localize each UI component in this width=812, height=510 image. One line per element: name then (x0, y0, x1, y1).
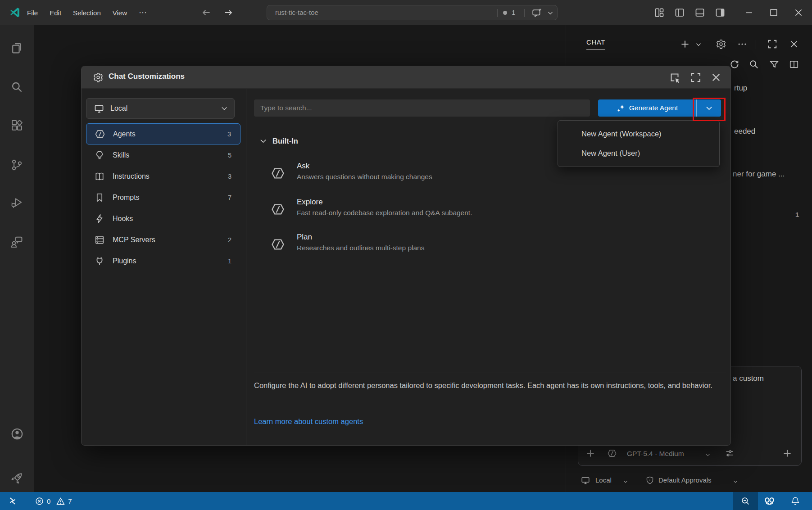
search-chats-icon[interactable] (749, 59, 759, 69)
list-item-agent-plan[interactable]: Plan Researches and outlines multi-step … (271, 233, 586, 252)
tab-chat[interactable]: CHAT (586, 38, 605, 50)
divider (246, 89, 246, 445)
list-item-agent-explore[interactable]: Explore Fast read-only codebase explorat… (271, 198, 586, 217)
toggle-primary-sidebar-icon[interactable] (675, 8, 685, 18)
close-panel-icon[interactable] (789, 39, 799, 49)
account-icon[interactable] (11, 428, 23, 440)
maximize-panel-icon[interactable] (767, 39, 777, 49)
send-plus-icon[interactable] (782, 448, 792, 458)
sidebar-item-agents[interactable]: Agents 3 (86, 123, 240, 144)
chevron-down-icon[interactable] (733, 479, 738, 484)
menu-file[interactable]: File (27, 9, 38, 17)
scope-select[interactable]: Local (86, 98, 235, 119)
sidebar-item-count: 3 (228, 173, 231, 180)
sidebar-item-count: 7 (228, 194, 231, 201)
menu-edit[interactable]: Edit (50, 9, 61, 17)
approvals-picker[interactable]: Default Approvals (658, 476, 712, 484)
chevron-down-icon[interactable] (623, 479, 628, 484)
zoom-status-tile[interactable] (733, 492, 758, 510)
remote-indicator-icon[interactable] (8, 496, 17, 505)
menu-view[interactable]: View (113, 9, 127, 17)
sidebar-item-mcp-servers[interactable]: MCP Servers 2 (86, 229, 240, 250)
refresh-icon[interactable] (730, 59, 739, 69)
split-editor-icon[interactable] (789, 59, 799, 69)
zap-icon (94, 214, 105, 224)
sidebar-item-hooks[interactable]: Hooks (86, 208, 240, 229)
toggle-secondary-sidebar-icon[interactable] (715, 8, 725, 18)
explorer-icon[interactable] (11, 42, 23, 54)
copilot-chat-icon[interactable] (532, 8, 542, 18)
server-icon (94, 235, 105, 245)
sidebar-item-label: Plugins (113, 257, 136, 265)
pick-element-icon[interactable] (669, 72, 680, 83)
attach-context-icon[interactable] (585, 448, 595, 458)
approvals-shield-icon[interactable] (646, 476, 654, 484)
sidebar-item-instructions[interactable]: Instructions 3 (86, 166, 240, 187)
customize-layout-icon[interactable] (654, 8, 664, 18)
title-bar: File Edit Selection View ⋯ rust-tic-tac-… (0, 0, 812, 25)
run-debug-icon[interactable] (11, 196, 23, 208)
problems-status[interactable]: 0 7 (35, 492, 72, 510)
manage-rocket-icon[interactable] (11, 472, 23, 484)
learn-more-link[interactable]: Learn more about custom agents (254, 417, 363, 426)
toggle-panel-icon[interactable] (695, 8, 705, 18)
menu-selection[interactable]: Selection (73, 9, 101, 17)
search-icon[interactable] (11, 81, 23, 93)
activity-bar (0, 25, 34, 492)
nav-forward-icon[interactable] (223, 8, 233, 18)
search-input[interactable] (254, 99, 590, 117)
window-minimize-icon[interactable] (744, 8, 754, 18)
new-agent-dropdown-menu: New Agent (Workspace) New Agent (User) (558, 120, 720, 167)
list-item-agent-ask[interactable]: Ask Answers questions without making cha… (271, 162, 586, 181)
window-maximize-icon[interactable] (769, 8, 779, 18)
chevron-down-icon[interactable] (705, 452, 711, 458)
menu-more[interactable]: ⋯ (139, 8, 147, 18)
section-title: Built-In (272, 137, 298, 145)
configure-tools-icon[interactable] (725, 449, 734, 458)
sidebar-item-label: Instructions (113, 172, 150, 181)
menu-item-new-agent-workspace[interactable]: New Agent (Workspace) (558, 124, 719, 144)
agent-mode-icon[interactable] (607, 448, 617, 458)
agent-icon (94, 129, 106, 140)
lightbulb-icon (94, 150, 105, 160)
generate-agent-dropdown-button[interactable] (696, 99, 721, 117)
menu-item-new-agent-user[interactable]: New Agent (User) (558, 144, 719, 163)
new-chat-icon[interactable] (680, 39, 690, 49)
close-dialog-icon[interactable] (711, 72, 721, 83)
sidebar-item-count: 1 (228, 257, 231, 265)
agent-description: Answers questions without making changes (297, 173, 586, 181)
notifications-bell-icon[interactable] (791, 496, 800, 505)
model-picker[interactable]: GPT-5.4 · Medium (627, 450, 684, 458)
extensions-icon[interactable] (11, 119, 23, 131)
sidebar-item-plugins[interactable]: Plugins 1 (86, 250, 240, 271)
fullscreen-icon[interactable] (690, 72, 701, 83)
sidebar-item-skills[interactable]: Skills 5 (86, 144, 240, 166)
more-actions-icon[interactable] (737, 39, 747, 49)
generate-agent-label: Generate Agent (629, 104, 678, 112)
sidebar-item-prompts[interactable]: Prompts 7 (86, 187, 240, 208)
sidebar-item-label: Hooks (113, 215, 133, 223)
chat-icon[interactable] (11, 236, 23, 248)
chat-badge-fragment: 1 (795, 211, 799, 218)
sidebar-item-count: 2 (228, 236, 231, 244)
agent-description: Fast read-only codebase exploration and … (297, 209, 586, 217)
chevron-down-icon[interactable] (547, 10, 553, 16)
sparkle-icon (617, 104, 625, 113)
source-control-icon[interactable] (11, 159, 23, 171)
nav-back-icon[interactable] (201, 8, 211, 18)
gear-icon (93, 72, 103, 82)
agent-icon (271, 166, 285, 181)
scope-picker[interactable]: Local (595, 476, 612, 484)
section-built-in[interactable]: Built-In (259, 137, 298, 145)
command-center-value: rust-tic-tac-toe (275, 9, 318, 16)
filter-icon[interactable] (769, 59, 779, 69)
generate-agent-button[interactable]: Generate Agent (598, 99, 696, 117)
window-close-icon[interactable] (794, 8, 803, 18)
copilot-status-icon[interactable] (764, 496, 775, 507)
scope-monitor-icon[interactable] (581, 476, 590, 485)
chat-customizations-dialog: Chat Customizations Local Agents 3 Skill… (81, 66, 731, 446)
new-chat-chevron-icon[interactable] (695, 41, 702, 48)
agent-icon (271, 237, 285, 252)
chat-settings-gear-icon[interactable] (716, 39, 726, 49)
command-center[interactable]: rust-tic-tac-toe 1 (267, 5, 558, 20)
